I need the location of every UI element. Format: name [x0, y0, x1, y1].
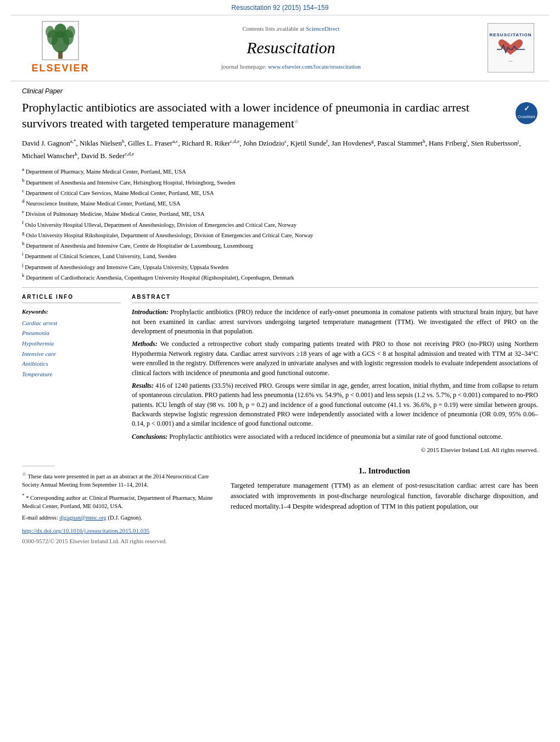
journal-header: ELSEVIER Contents lists available at Sci…: [11, 15, 549, 81]
introduction-column: 1.. Introduction Targeted temperature ma…: [231, 466, 538, 546]
page: Resuscitation 92 (2015) 154–159 ELSEVIER: [0, 0, 560, 742]
abstract-text: Introduction: Prophylactic antibiotics (…: [132, 308, 538, 442]
aff-j: j Department of Anesthesiology and Inten…: [22, 261, 538, 271]
aff-k: k Department of Cardiothoracic Anesthesi…: [22, 272, 538, 282]
footnote-email: E-mail address: djgagnan@mmc.org (D.J. G…: [22, 514, 220, 522]
journal-logo-right: RESUSCITATION —: [483, 23, 538, 72]
methods-label: Methods:: [132, 340, 158, 348]
methods-text: We conducted a retrospective cohort stud…: [132, 340, 538, 376]
copyright-line: © 2015 Elsevier Ireland Ltd. All rights …: [132, 446, 538, 454]
elsevier-tree-icon: [42, 21, 79, 60]
journal-name: Resuscitation: [110, 36, 472, 59]
title-star: ☆: [294, 119, 299, 124]
results-text: 416 of 1240 patients (33.5%) received PR…: [132, 382, 538, 428]
keywords-label: Keywords:: [22, 308, 121, 316]
abstract-header: ABSTRACT: [132, 293, 538, 303]
aff-a: a Department of Pharmacy, Maine Medical …: [22, 166, 538, 176]
aff-b: b Department of Anesthesia and Intensive…: [22, 177, 538, 187]
footnote-star: ☆ These data were presented in part as a…: [22, 471, 220, 489]
doi-link[interactable]: http://dx.doi.org/10.1016/j.resuscitatio…: [22, 527, 149, 534]
contents-line: Contents lists available at ScienceDirec…: [110, 25, 472, 33]
aff-i: i Department of Clinical Sciences, Lund …: [22, 250, 538, 260]
keywords-list: Cardiac arrest Pneumonia Hypothermia Int…: [22, 318, 121, 380]
sciencedirect-link[interactable]: ScienceDirect: [306, 25, 340, 32]
article-info-header: ARTICLE INFO: [22, 293, 121, 303]
footnote-corresponding: * * Corresponding author at: Clinical Ph…: [22, 492, 220, 511]
abstract-results: Results: 416 of 1240 patients (33.5%) re…: [132, 381, 538, 429]
keyword-hypothermia: Hypothermia: [22, 338, 121, 349]
keyword-antibiotics: Antibiotics: [22, 359, 121, 369]
aff-c: c Department of Critical Care Services, …: [22, 187, 538, 197]
results-label: Results:: [132, 382, 154, 389]
two-column-section: ARTICLE INFO Keywords: Cardiac arrest Pn…: [22, 293, 538, 454]
article-info-column: ARTICLE INFO Keywords: Cardiac arrest Pn…: [22, 293, 121, 454]
aff-h: h Department of Anesthesia and Intensive…: [22, 240, 538, 250]
homepage-url[interactable]: www.elsevier.com/locate/resuscitation: [268, 63, 361, 70]
intro-label: Introduction:: [132, 308, 169, 316]
keyword-temperature: Temperature: [22, 369, 121, 380]
author-gagnon: David J. Gagnona,*, Niklas Nielsenb, Gil…: [22, 139, 521, 159]
resuscitation-logo-box: RESUSCITATION —: [488, 23, 534, 72]
journal-ref: Resuscitation 92 (2015) 154–159: [232, 4, 329, 12]
divider-1: [22, 287, 538, 288]
svg-text:CrossMark: CrossMark: [518, 115, 535, 119]
elsevier-logo: ELSEVIER: [22, 21, 99, 75]
conclusions-text: Prophylactic antibiotics were associated…: [169, 433, 502, 440]
crossmark-icon: ✓ CrossMark: [515, 102, 538, 125]
footnotes-column: ☆ These data were presented in part as a…: [22, 466, 231, 546]
abstract-introduction: Introduction: Prophylactic antibiotics (…: [132, 308, 538, 336]
main-content: Clinical Paper Prophylactic antibiotics …: [0, 81, 560, 551]
journal-reference-bar: Resuscitation 92 (2015) 154–159: [0, 0, 560, 15]
email-link[interactable]: djgagnan@mmc.org: [59, 515, 107, 521]
introduction-paragraph: Targeted temperature management (TTM) as…: [231, 481, 538, 511]
doi-line: http://dx.doi.org/10.1016/j.resuscitatio…: [22, 526, 220, 535]
svg-text:✓: ✓: [524, 104, 530, 113]
aff-e: e Division of Pulmonary Medicine, Maine …: [22, 208, 538, 218]
svg-point-5: [46, 26, 54, 38]
abstract-methods: Methods: We conducted a retrospective co…: [132, 339, 538, 378]
keyword-intensive-care: Intensive care: [22, 349, 121, 359]
abstract-conclusions: Conclusions: Prophylactic antibiotics we…: [132, 432, 538, 442]
section-heading: 1.. Introduction: [231, 466, 538, 477]
resuscitation-logo-title: RESUSCITATION: [489, 32, 531, 38]
journal-center: Contents lists available at ScienceDirec…: [99, 25, 483, 71]
authors-line: David J. Gagnona,*, Niklas Nielsenb, Gil…: [22, 137, 538, 161]
affiliations: a Department of Pharmacy, Maine Medical …: [22, 166, 538, 282]
keyword-cardiac-arrest: Cardiac arrest: [22, 318, 121, 328]
aff-f: f Oslo University Hospital Ulleval, Depa…: [22, 219, 538, 229]
section-label: Clinical Paper: [22, 87, 538, 96]
heart-ecg-icon: [496, 37, 526, 58]
article-title-row: Prophylactic antibiotics are associated …: [22, 99, 538, 132]
keyword-pneumonia: Pneumonia: [22, 328, 121, 338]
elsevier-wordmark: ELSEVIER: [31, 62, 89, 75]
issn-line: 0300-9572/© 2015 Elsevier Ireland Ltd. A…: [22, 537, 220, 546]
svg-point-4: [54, 24, 66, 38]
crossmark-badge[interactable]: ✓ CrossMark: [515, 102, 538, 125]
abstract-column: ABSTRACT Introduction: Prophylactic anti…: [132, 293, 538, 454]
bottom-area: ☆ These data were presented in part as a…: [22, 466, 538, 546]
svg-point-6: [66, 26, 75, 38]
footnote-divider: [22, 466, 55, 466]
conclusions-label: Conclusions:: [132, 433, 167, 440]
aff-g: g Oslo University Hospital Rikshospitale…: [22, 230, 538, 239]
intro-text: Prophylactic antibiotics (PRO) reduce th…: [132, 308, 538, 335]
homepage-line: journal homepage: www.elsevier.com/locat…: [110, 63, 472, 71]
article-title: Prophylactic antibiotics are associated …: [22, 99, 515, 132]
aff-d: d Neuroscience Institute, Maine Medical …: [22, 198, 538, 208]
